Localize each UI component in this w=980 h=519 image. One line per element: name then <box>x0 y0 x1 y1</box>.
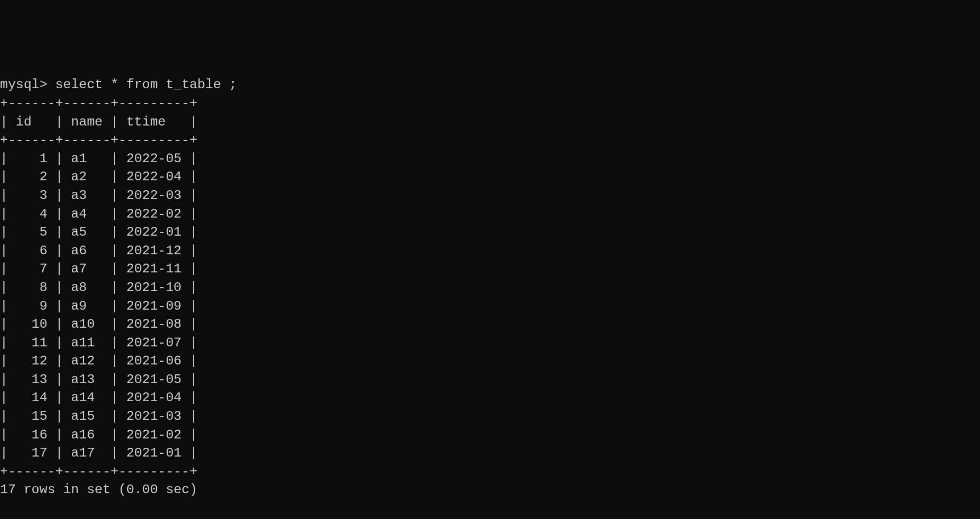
table-row: | 10 | a10 | 2021-08 | <box>0 315 980 334</box>
query-line: mysql> select * from t_table ; <box>0 76 980 94</box>
table-row: | 13 | a13 | 2021-05 | <box>0 370 980 389</box>
mysql-prompt: mysql> <box>0 77 55 92</box>
table-row: | 11 | a11 | 2021-07 | <box>0 334 980 352</box>
table-row: | 16 | a16 | 2021-02 | <box>0 426 980 444</box>
table-border-mid: +------+------+---------+ <box>0 131 980 150</box>
table-border-top: +------+------+---------+ <box>0 94 980 113</box>
sql-query: select * from t_table ; <box>55 77 237 92</box>
table-row: | 12 | a12 | 2021-06 | <box>0 352 980 370</box>
table-border-bottom: +------+------+---------+ <box>0 463 980 481</box>
table-row: | 2 | a2 | 2022-04 | <box>0 168 980 186</box>
table-row: | 14 | a14 | 2021-04 | <box>0 389 980 407</box>
table-row: | 4 | a4 | 2022-02 | <box>0 205 980 224</box>
table-row: | 6 | a6 | 2021-12 | <box>0 242 980 260</box>
table-row: | 7 | a7 | 2021-11 | <box>0 260 980 278</box>
table-row: | 17 | a17 | 2021-01 | <box>0 444 980 463</box>
table-row: | 3 | a3 | 2022-03 | <box>0 186 980 205</box>
table-row: | 5 | a5 | 2022-01 | <box>0 223 980 242</box>
table-row: | 9 | a9 | 2021-09 | <box>0 297 980 316</box>
table-row: | 1 | a1 | 2022-05 | <box>0 150 980 168</box>
table-header-row: | id | name | ttime | <box>0 113 980 132</box>
mysql-terminal[interactable]: mysql> select * from t_table ;+------+--… <box>0 76 980 499</box>
table-row: | 15 | a15 | 2021-03 | <box>0 407 980 426</box>
result-footer: 17 rows in set (0.00 sec) <box>0 481 980 499</box>
table-row: | 8 | a8 | 2021-10 | <box>0 278 980 297</box>
